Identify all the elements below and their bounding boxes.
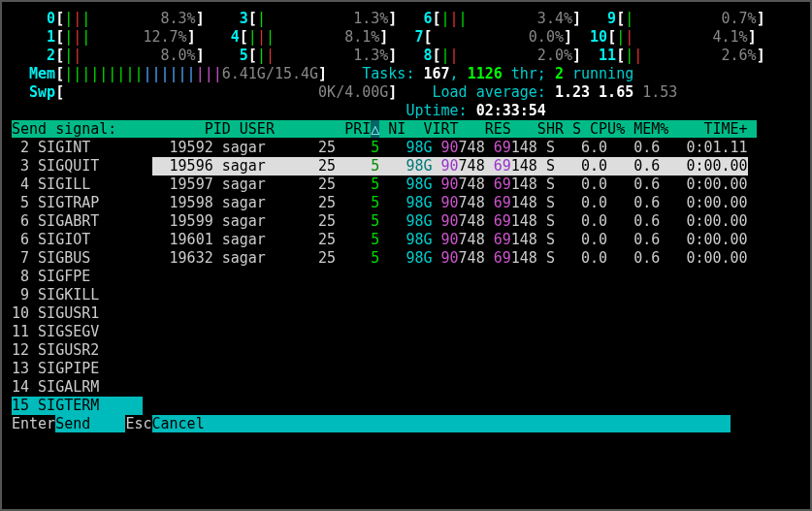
process-row[interactable]: 19592 sagar 25 5 98G 90748 69148 S 6.0 0…: [152, 139, 748, 157]
process-row[interactable]: 19599 sagar 25 5 98G 90748 69148 S 0.0 0…: [152, 212, 748, 231]
signal-item-sigpipe[interactable]: 13 SIGPIPE: [12, 360, 143, 378]
footer-bar: EnterSend EscCancel: [12, 415, 800, 433]
sort-indicator-icon: △: [371, 120, 379, 138]
signal-item-sigill[interactable]: 4 SIGILL: [12, 176, 143, 194]
process-row[interactable]: 19596 sagar 25 5 98G 90748 69148 S 0.0 0…: [152, 157, 748, 176]
action-cancel[interactable]: Cancel: [152, 415, 731, 432]
signal-item-sigusr1[interactable]: 10 SIGUSR1: [12, 304, 143, 323]
key-esc[interactable]: Esc: [125, 415, 151, 432]
signal-item-sigbus[interactable]: 7 SIGBUS: [12, 249, 143, 268]
action-send[interactable]: Send: [55, 415, 125, 432]
process-row[interactable]: 19632 sagar 25 5 98G 90748 69148 S 0.0 0…: [152, 249, 748, 268]
signal-item-sigtrap[interactable]: 5 SIGTRAP: [12, 194, 143, 212]
process-row[interactable]: 19598 sagar 25 5 98G 90748 69148 S 0.0 0…: [152, 194, 748, 212]
signal-item-sigkill[interactable]: 9 SIGKILL: [12, 286, 143, 304]
signal-item-sigterm[interactable]: 15 SIGTERM: [12, 397, 143, 415]
key-enter[interactable]: Enter: [12, 415, 55, 432]
signal-item-sigfpe[interactable]: 8 SIGFPE: [12, 268, 143, 286]
signal-item-sigusr2[interactable]: 12 SIGUSR2: [12, 341, 143, 360]
process-row[interactable]: 19597 sagar 25 5 98G 90748 69148 S 0.0 0…: [152, 176, 748, 194]
process-row[interactable]: 19601 sagar 25 5 98G 90748 69148 S 0.0 0…: [152, 231, 748, 249]
signal-panel-header: Send signal:: [12, 120, 152, 138]
signal-item-sigabrt[interactable]: 6 SIGABRT: [12, 212, 143, 231]
signal-item-sigint[interactable]: 2 SIGINT: [12, 139, 143, 157]
signal-item-sigalrm[interactable]: 14 SIGALRM: [12, 378, 143, 397]
signal-item-sigsegv[interactable]: 11 SIGSEGV: [12, 323, 143, 341]
process-table-header[interactable]: PID USER PRI△ NI VIRT RES SHR S CPU% MEM…: [152, 120, 757, 138]
signal-item-sigiot[interactable]: 6 SIGIOT: [12, 231, 143, 249]
signal-item-sigquit[interactable]: 3 SIGQUIT: [12, 157, 143, 176]
